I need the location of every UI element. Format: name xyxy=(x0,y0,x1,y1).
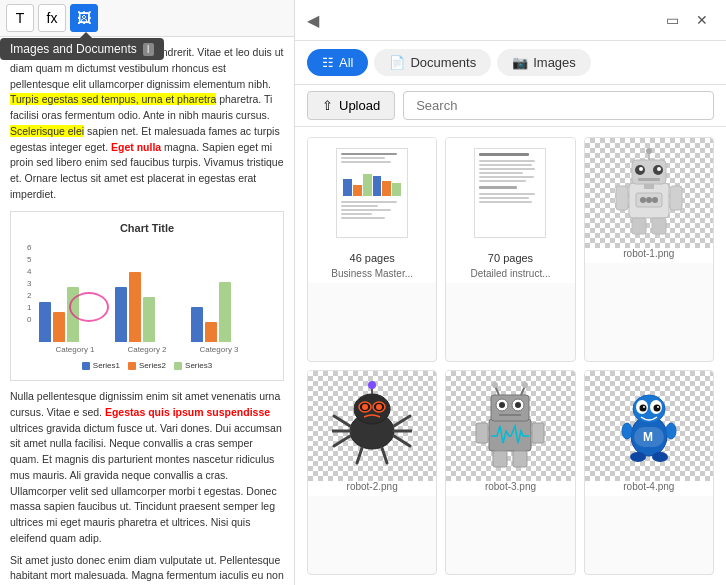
media-thumb-robot3 xyxy=(446,371,574,481)
tab-images-label: Images xyxy=(533,55,576,70)
bar-s2-c3 xyxy=(205,322,217,342)
panel-actions: ▭ ✕ xyxy=(660,8,714,32)
svg-point-43 xyxy=(515,402,521,408)
legend-item-1: Series1 xyxy=(82,360,120,372)
robot2-svg xyxy=(332,381,412,471)
para2: Nulla pellentesque dignissim enim sit am… xyxy=(10,389,284,547)
legend-color-2 xyxy=(128,362,136,370)
svg-point-24 xyxy=(362,404,368,410)
formula-icon: fx xyxy=(47,10,58,26)
svg-point-21 xyxy=(368,381,376,389)
svg-point-57 xyxy=(657,406,659,408)
svg-point-60 xyxy=(652,452,668,462)
svg-rect-34 xyxy=(489,419,531,451)
bar-s1-c1 xyxy=(39,302,51,342)
svg-rect-8 xyxy=(638,178,660,181)
svg-rect-46 xyxy=(532,423,544,443)
svg-point-11 xyxy=(640,197,646,203)
media-thumb-robot1 xyxy=(585,138,713,248)
chart-labels: Category 1Category 2Category 3 xyxy=(19,344,275,356)
media-thumb-robot2 xyxy=(308,371,436,481)
svg-line-31 xyxy=(394,436,410,446)
text-tool-btn[interactable]: T xyxy=(6,4,34,32)
robot3-svg xyxy=(475,381,545,471)
svg-point-59 xyxy=(630,452,646,462)
upload-icon: ⇧ xyxy=(322,98,333,113)
bar-s2-c1 xyxy=(53,312,65,342)
bar-s2-c2 xyxy=(129,272,141,342)
svg-text:M: M xyxy=(643,430,653,444)
list-item[interactable]: 70 pages Detailed instruct... xyxy=(445,137,575,362)
svg-rect-45 xyxy=(476,423,488,443)
para3: Sit amet justo donec enim diam vulputate… xyxy=(10,553,284,586)
collapse-panel-btn[interactable]: ◀ xyxy=(307,11,319,30)
upload-button[interactable]: ⇧ Upload xyxy=(307,91,395,120)
svg-rect-48 xyxy=(513,451,527,467)
svg-point-61 xyxy=(622,423,632,439)
formula-tool-btn[interactable]: fx xyxy=(38,4,66,32)
tab-documents-label: Documents xyxy=(410,55,476,70)
svg-point-3 xyxy=(646,148,652,154)
search-input[interactable] xyxy=(403,91,714,120)
filter-tabs: ☷ All 📄 Documents 📷 Images xyxy=(295,41,726,85)
tooltip-key: I xyxy=(143,43,154,56)
tooltip-bubble: Images and Documents I xyxy=(0,38,164,60)
svg-line-32 xyxy=(357,448,362,463)
bar-s3-c2 xyxy=(143,297,155,342)
media-thumb-robot4: M xyxy=(585,371,713,481)
svg-point-6 xyxy=(639,167,643,171)
svg-line-28 xyxy=(334,436,350,446)
text-icon: T xyxy=(16,10,25,26)
legend-item-3: Series3 xyxy=(174,360,212,372)
doc-content: Massa massa ultrices mi quis hendrerit. … xyxy=(0,37,294,585)
list-item[interactable]: robot-2.png xyxy=(307,370,437,575)
chart-annotation-circle xyxy=(69,292,109,322)
tab-documents[interactable]: 📄 Documents xyxy=(374,49,491,76)
svg-rect-9 xyxy=(644,184,654,189)
svg-point-56 xyxy=(643,406,645,408)
image-tool-btn[interactable]: 🖼 xyxy=(70,4,98,32)
svg-point-7 xyxy=(657,167,661,171)
media-pages-doc2: 70 pages xyxy=(446,248,574,268)
media-grid: 46 pages Business Master... xyxy=(295,127,726,585)
svg-point-12 xyxy=(646,197,652,203)
tab-images[interactable]: 📷 Images xyxy=(497,49,591,76)
robot4-svg: M xyxy=(614,381,684,471)
media-name-doc2: Detailed instruct... xyxy=(446,268,574,283)
minimize-panel-btn[interactable]: ▭ xyxy=(660,8,684,32)
legend-color-3 xyxy=(174,362,182,370)
svg-point-13 xyxy=(652,197,658,203)
bar-s1-c3 xyxy=(191,307,203,342)
svg-point-39 xyxy=(522,382,528,388)
tab-all[interactable]: ☷ All xyxy=(307,49,368,76)
para1: Massa massa ultrices mi quis hendrerit. … xyxy=(10,45,284,203)
robot1-svg xyxy=(614,148,684,238)
media-name-robot1: robot-1.png xyxy=(585,248,713,263)
image-icon: 🖼 xyxy=(77,10,91,26)
legend-label-1: Series1 xyxy=(93,360,120,372)
svg-line-33 xyxy=(382,448,387,463)
tooltip-text: Images and Documents xyxy=(10,42,137,56)
panel-header: ◀ ▭ ✕ xyxy=(295,0,726,41)
images-icon: 📷 xyxy=(512,55,528,70)
bar-s1-c2 xyxy=(115,287,127,342)
media-thumb-doc2 xyxy=(446,138,574,248)
svg-rect-47 xyxy=(493,451,507,467)
close-panel-btn[interactable]: ✕ xyxy=(690,8,714,32)
svg-rect-14 xyxy=(632,218,646,234)
list-item[interactable]: robot-3.png xyxy=(445,370,575,575)
list-item[interactable]: M robot-4.png xyxy=(584,370,714,575)
svg-point-54 xyxy=(639,405,646,412)
legend-item-2: Series2 xyxy=(128,360,166,372)
upload-label: Upload xyxy=(339,98,380,113)
list-item[interactable]: 46 pages Business Master... xyxy=(307,137,437,362)
y-axis: 6543210 xyxy=(27,242,31,322)
list-item[interactable]: robot-1.png xyxy=(584,137,714,362)
svg-rect-15 xyxy=(652,218,666,234)
documents-icon: 📄 xyxy=(389,55,405,70)
svg-line-26 xyxy=(334,416,350,426)
all-icon: ☷ xyxy=(322,55,334,70)
legend-label-2: Series2 xyxy=(139,360,166,372)
right-panel: ◀ ▭ ✕ ☷ All 📄 Documents 📷 Images ⇧ Uploa… xyxy=(295,0,726,585)
svg-rect-17 xyxy=(670,186,682,210)
